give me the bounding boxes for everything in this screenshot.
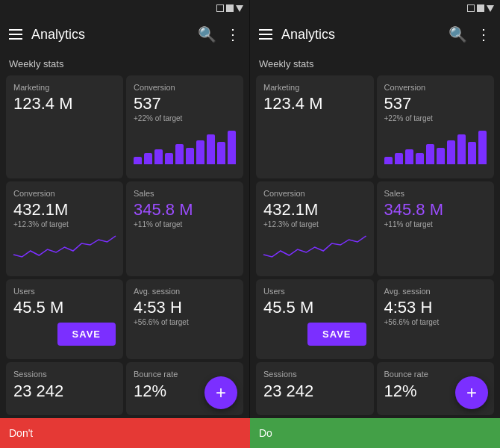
conversion-top-label-right: Conversion [384, 83, 487, 92]
search-icon-left[interactable]: 🔍 [198, 25, 216, 43]
avg-session-sub-left: +56.6% of target [134, 318, 236, 326]
card-conversion-big-right: Conversion 432.1M +12.3% of target [256, 181, 374, 276]
status-sq2-r [477, 4, 484, 12]
save-button-right[interactable]: SAVE [307, 323, 366, 346]
weekly-stats-label-left: Weekly stats [0, 52, 249, 72]
bar6-r [437, 148, 445, 165]
bar4-r [416, 153, 424, 164]
more-icon-right[interactable]: ⋮ [476, 25, 491, 43]
stats-grid-right: Marketing 123.4 M Conversion 537 +22% of… [250, 72, 500, 418]
bar7-r [447, 140, 455, 165]
fab-left[interactable]: + [204, 376, 237, 409]
do-label: Do [250, 418, 500, 448]
conversion-top-sub-left: +22% of target [134, 114, 236, 122]
bar1 [134, 157, 142, 164]
card-users-right: Users 45.5 M SAVE [256, 279, 374, 360]
card-sessions-left: Sessions 23 242 [6, 362, 123, 415]
bar-chart-left [134, 127, 236, 164]
conversion-top-sub-right: +22% of target [384, 114, 487, 122]
status-bar-left [0, 0, 249, 16]
status-tri-r [487, 5, 494, 12]
app-bar-left: Analytics 🔍 ⋮ [0, 16, 249, 52]
screen-right: Analytics 🔍 ⋮ Weekly stats Marketing 123… [250, 0, 500, 418]
bar9 [217, 142, 225, 164]
conversion-top-label-left: Conversion [134, 83, 236, 92]
avg-session-sub-right: +56.6% of target [384, 318, 487, 326]
sales-sub-left: +11% of target [134, 220, 236, 228]
app-title-right: Analytics [281, 27, 440, 43]
menu-icon[interactable] [9, 29, 22, 40]
card-marketing-right: Marketing 123.4 M [256, 75, 374, 178]
bar9-r [468, 142, 476, 164]
avg-session-label-right: Avg. session [384, 287, 487, 296]
marketing-label-right: Marketing [263, 83, 366, 92]
bar6 [186, 148, 194, 165]
card-users-left: Users 45.5 M SAVE [6, 279, 123, 360]
fab-right[interactable]: + [455, 376, 488, 409]
conversion-big-value-right: 432.1M [263, 201, 366, 219]
card-sales-left: Sales 345.8 M +11% of target [126, 181, 243, 276]
dont-label: Don't [0, 418, 250, 448]
card-conversion-big-left: Conversion 432.1M +12.3% of target [6, 181, 123, 276]
save-button-left[interactable]: SAVE [57, 323, 116, 346]
users-label-right: Users [263, 287, 366, 296]
conversion-big-sub-left: +12.3% of target [13, 220, 116, 228]
menu-icon-right[interactable] [259, 29, 272, 40]
card-sales-right: Sales 345.8 M +11% of target [377, 181, 495, 276]
bar10 [228, 131, 236, 164]
sales-label-left: Sales [134, 189, 236, 198]
card-conversion-top-left: Conversion 537 +22% of target [126, 75, 243, 178]
conversion-big-label-left: Conversion [13, 189, 116, 198]
conversion-top-value-right: 537 [384, 95, 487, 113]
bar2-r [395, 153, 403, 164]
card-conversion-top-right: Conversion 537 +22% of target [377, 75, 495, 178]
bar8-r [457, 134, 466, 164]
conversion-big-label-right: Conversion [263, 189, 366, 198]
sessions-value-right: 23 242 [263, 382, 366, 401]
status-sq1-r [467, 4, 475, 12]
avg-session-value-left: 4:53 H [134, 299, 236, 317]
users-value-left: 45.5 M [13, 299, 116, 317]
avg-session-label-left: Avg. session [134, 287, 236, 296]
card-avg-session-left: Avg. session 4:53 H +56.6% of target [126, 279, 243, 360]
bar5 [175, 144, 184, 165]
bar-chart-right [384, 127, 487, 164]
marketing-label-left: Marketing [13, 83, 116, 92]
bar10-r [478, 131, 487, 164]
card-bounce-left: Bounce rate 12% + [126, 362, 243, 415]
stats-grid-left: Marketing 123.4 M Conversion 537 +22% of… [0, 72, 249, 418]
marketing-value-right: 123.4 M [263, 95, 366, 113]
card-sessions-right: Sessions 23 242 [256, 362, 374, 415]
screen-left: Analytics 🔍 ⋮ Weekly stats Marketing 123… [0, 0, 250, 418]
line-chart-right [263, 228, 366, 262]
bar7 [196, 140, 204, 165]
sessions-value-left: 23 242 [13, 382, 116, 401]
status-sq1 [216, 4, 224, 12]
bar1-r [384, 157, 393, 164]
bar2 [144, 153, 152, 164]
conversion-big-sub-right: +12.3% of target [263, 220, 366, 228]
bar3-r [405, 149, 413, 164]
marketing-value-left: 123.4 M [13, 95, 116, 113]
app-bar-right: Analytics 🔍 ⋮ [250, 16, 500, 52]
status-tri [236, 5, 243, 12]
sales-value-right: 345.8 M [384, 201, 487, 219]
sessions-label-left: Sessions [13, 370, 116, 379]
app-title-left: Analytics [31, 27, 189, 43]
status-icons-left [216, 4, 243, 12]
bar8 [207, 134, 215, 164]
card-marketing-left: Marketing 123.4 M [6, 75, 123, 178]
conversion-big-value-left: 432.1M [13, 201, 116, 219]
status-bar-right [250, 0, 500, 16]
more-icon-left[interactable]: ⋮ [225, 25, 240, 43]
bottom-bar: Don't Do [0, 418, 500, 448]
search-icon-right[interactable]: 🔍 [449, 25, 467, 43]
status-icons-right [467, 4, 494, 12]
line-chart-left [13, 228, 116, 262]
status-sq2 [226, 4, 234, 12]
sales-label-right: Sales [384, 189, 487, 198]
sales-sub-right: +11% of target [384, 220, 487, 228]
users-value-right: 45.5 M [263, 299, 366, 317]
users-label-left: Users [13, 287, 116, 296]
avg-session-value-right: 4:53 H [384, 299, 487, 317]
